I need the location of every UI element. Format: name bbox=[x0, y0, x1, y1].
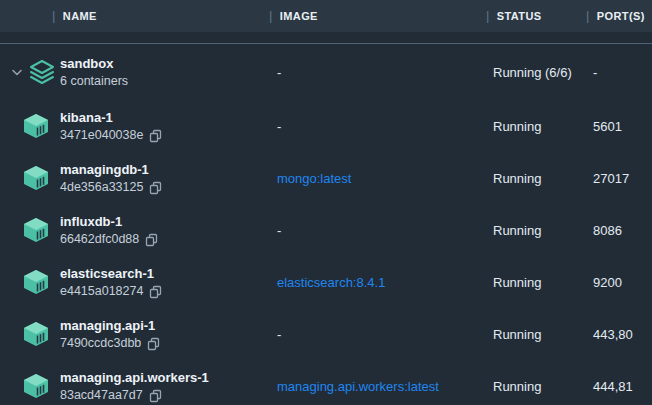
table-row-managing-api-workers-1[interactable]: managing.api.workers-1 83acd47aa7d7 mana… bbox=[0, 360, 652, 405]
column-header-name[interactable]: | NAME bbox=[52, 9, 269, 24]
column-header-status-label: STATUS bbox=[497, 10, 542, 22]
container-icon bbox=[22, 321, 50, 347]
column-header-ports-label: PORT(S) bbox=[597, 10, 645, 22]
name-cell: kibana-1 3471e040038e bbox=[60, 109, 269, 144]
table-body: sandbox 6 containers - Running (6/6) - k… bbox=[0, 32, 652, 405]
status-cell: Running bbox=[486, 275, 586, 290]
ports-cell: 5601 bbox=[586, 119, 652, 134]
status-cell: Running (6/6) bbox=[486, 65, 586, 80]
ports-cell: 27017 bbox=[586, 171, 652, 186]
name-cell: sandbox 6 containers bbox=[60, 55, 269, 90]
container-icon bbox=[22, 269, 50, 295]
row-gutter bbox=[0, 256, 60, 308]
ports-cell: - bbox=[586, 65, 652, 80]
container-name[interactable]: sandbox bbox=[60, 55, 269, 73]
row-gutter bbox=[0, 100, 60, 152]
table-row-managingdb-1[interactable]: managingdb-1 4de356a33125 mongo:latest R… bbox=[0, 152, 652, 204]
image-link[interactable]: mongo:latest bbox=[277, 171, 351, 186]
row-gutter bbox=[0, 360, 60, 405]
column-header-status[interactable]: | STATUS bbox=[486, 9, 586, 24]
status-cell: Running bbox=[486, 327, 586, 342]
row-gutter bbox=[0, 204, 60, 256]
name-cell: managingdb-1 4de356a33125 bbox=[60, 161, 269, 196]
stack-icon bbox=[29, 59, 55, 85]
container-id: e4415a018274 bbox=[60, 283, 143, 300]
container-id: 7490ccdc3dbb bbox=[60, 335, 141, 352]
table-header: | NAME | IMAGE | STATUS | PORT(S) bbox=[0, 0, 652, 32]
container-icon bbox=[22, 373, 50, 399]
image-cell: managing.api.workers:latest bbox=[269, 379, 486, 394]
container-name[interactable]: elasticsearch-1 bbox=[60, 265, 269, 283]
name-cell: influxdb-1 66462dfc0d88 bbox=[60, 213, 269, 248]
container-icon bbox=[22, 217, 50, 243]
container-name[interactable]: managing.api.workers-1 bbox=[60, 369, 269, 387]
status-cell: Running bbox=[486, 119, 586, 134]
table-row-elasticsearch-1[interactable]: elasticsearch-1 e4415a018274 elasticsear… bbox=[0, 256, 652, 308]
container-subtext: 6 containers bbox=[60, 73, 128, 90]
copy-icon[interactable] bbox=[147, 337, 161, 351]
copy-icon[interactable] bbox=[149, 129, 163, 143]
container-name[interactable]: influxdb-1 bbox=[60, 213, 269, 231]
row-gutter bbox=[0, 44, 60, 100]
image-cell: - bbox=[269, 119, 486, 134]
column-divider: | bbox=[269, 8, 273, 23]
copy-icon[interactable] bbox=[145, 233, 159, 247]
container-name[interactable]: managing.api-1 bbox=[60, 317, 269, 335]
chevron-down-icon[interactable] bbox=[12, 69, 22, 76]
row-gutter bbox=[0, 152, 60, 204]
name-cell: elasticsearch-1 e4415a018274 bbox=[60, 265, 269, 300]
copy-icon[interactable] bbox=[149, 181, 163, 195]
name-cell: managing.api-1 7490ccdc3dbb bbox=[60, 317, 269, 352]
container-icon bbox=[22, 113, 50, 139]
container-id: 66462dfc0d88 bbox=[60, 231, 139, 248]
column-divider: | bbox=[586, 8, 590, 23]
ports-cell: 8086 bbox=[586, 223, 652, 238]
container-icon bbox=[22, 165, 50, 191]
column-header-image[interactable]: | IMAGE bbox=[269, 9, 486, 24]
column-header-name-label: NAME bbox=[63, 10, 97, 22]
name-cell: managing.api.workers-1 83acd47aa7d7 bbox=[60, 369, 269, 404]
row-gutter bbox=[0, 308, 60, 360]
status-cell: Running bbox=[486, 379, 586, 394]
column-divider: | bbox=[486, 8, 490, 23]
table-row-influxdb-1[interactable]: influxdb-1 66462dfc0d88 - Running 8086 bbox=[0, 204, 652, 256]
status-cell: Running bbox=[486, 171, 586, 186]
image-cell: elasticsearch:8.4.1 bbox=[269, 275, 486, 290]
status-cell: Running bbox=[486, 223, 586, 238]
container-name[interactable]: kibana-1 bbox=[60, 109, 269, 127]
column-divider: | bbox=[52, 8, 56, 23]
containers-table: | NAME | IMAGE | STATUS | PORT(S) bbox=[0, 0, 652, 405]
copy-icon[interactable] bbox=[149, 389, 163, 403]
table-row-kibana-1[interactable]: kibana-1 3471e040038e - Running 5601 bbox=[0, 100, 652, 152]
image-cell: - bbox=[269, 65, 486, 80]
ports-cell: 443,80 bbox=[586, 327, 652, 342]
image-link[interactable]: elasticsearch:8.4.1 bbox=[277, 275, 385, 290]
ports-cell: 444,81 bbox=[586, 379, 652, 394]
column-header-image-label: IMAGE bbox=[280, 10, 318, 22]
image-cell: - bbox=[269, 327, 486, 342]
image-link[interactable]: managing.api.workers:latest bbox=[277, 379, 439, 394]
container-id: 83acd47aa7d7 bbox=[60, 387, 143, 404]
image-cell: - bbox=[269, 223, 486, 238]
table-row-managing-api-1[interactable]: managing.api-1 7490ccdc3dbb - Running 44… bbox=[0, 308, 652, 360]
table-row-sandbox[interactable]: sandbox 6 containers - Running (6/6) - bbox=[0, 43, 652, 100]
image-cell: mongo:latest bbox=[269, 171, 486, 186]
container-name[interactable]: managingdb-1 bbox=[60, 161, 269, 179]
container-id: 3471e040038e bbox=[60, 127, 143, 144]
ports-cell: 9200 bbox=[586, 275, 652, 290]
copy-icon[interactable] bbox=[149, 285, 163, 299]
column-header-ports[interactable]: | PORT(S) bbox=[586, 9, 652, 24]
container-id: 4de356a33125 bbox=[60, 179, 143, 196]
